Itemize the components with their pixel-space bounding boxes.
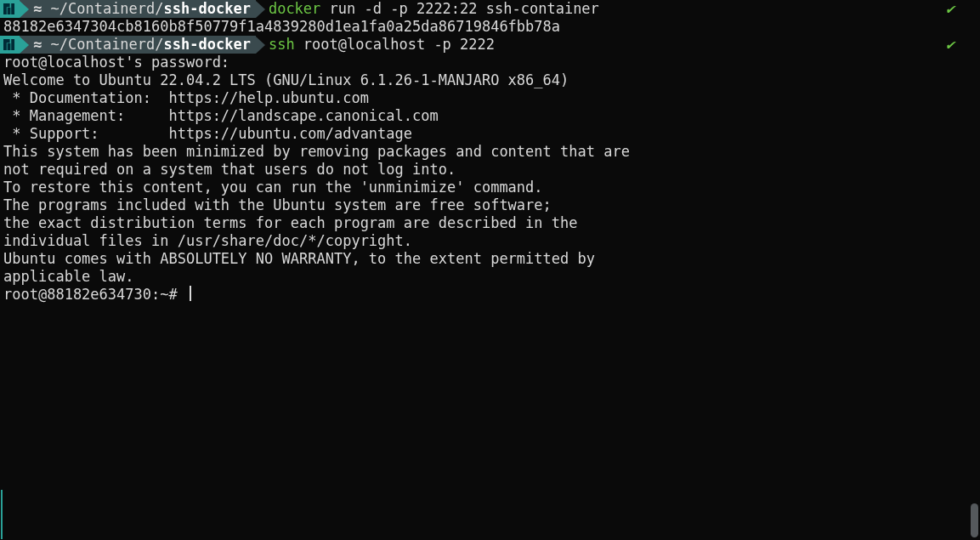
manjaro-icon xyxy=(0,36,20,54)
command-executable: docker xyxy=(269,0,320,18)
terminal[interactable]: ≈ ~/Containerd/ssh-docker docker run -d … xyxy=(0,0,980,304)
powerline-arrow-icon xyxy=(256,1,265,18)
command-1: docker run -d -p 2222:22 ssh-container xyxy=(265,0,599,18)
scrollbar-thumb[interactable] xyxy=(971,503,978,537)
motd-warranty-2: applicable law. xyxy=(0,268,980,286)
motd-documentation: * Documentation: https://help.ubuntu.com xyxy=(0,89,980,107)
svg-rect-2 xyxy=(8,8,11,14)
command-2: ssh root@localhost -p 2222 xyxy=(265,36,495,54)
powerline-arrow-icon xyxy=(20,1,29,18)
svg-rect-7 xyxy=(11,39,14,50)
svg-rect-1 xyxy=(3,3,7,14)
svg-rect-3 xyxy=(11,3,14,14)
path-current-dir: ssh-docker xyxy=(164,36,251,53)
path-prefix: ~/Containerd/ xyxy=(50,0,163,17)
motd-freesoftware-1: The programs included with the Ubuntu sy… xyxy=(0,196,980,214)
manjaro-icon xyxy=(0,0,20,18)
motd-welcome: Welcome to Ubuntu 22.04.2 LTS (GNU/Linux… xyxy=(0,71,980,89)
command-args: root@localhost -p 2222 xyxy=(295,36,495,54)
svg-rect-6 xyxy=(8,43,11,50)
motd-management: * Management: https://landscape.canonica… xyxy=(0,107,980,125)
command-executable: ssh xyxy=(269,36,295,54)
path-segment: ≈ ~/Containerd/ssh-docker xyxy=(20,36,256,54)
docker-output-container-id: 88182e6347304cb8160b8f50779f1a4839280d1e… xyxy=(0,18,980,36)
motd-warranty-1: Ubuntu comes with ABSOLUTELY NO WARRANTY… xyxy=(0,250,980,268)
motd-support: * Support: https://ubuntu.com/advantage xyxy=(0,125,980,143)
motd-minimized-1: This system has been minimized by removi… xyxy=(0,143,980,161)
remote-prompt-line[interactable]: root@88182e634730:~# xyxy=(0,286,980,304)
powerline-arrow-icon xyxy=(20,37,29,54)
command-args: run -d -p 2222:22 ssh-container xyxy=(320,0,599,18)
prompt-line-2: ≈ ~/Containerd/ssh-docker ssh root@local… xyxy=(0,36,980,54)
prompt-segment: ≈ ~/Containerd/ssh-docker xyxy=(0,0,265,18)
ssh-password-prompt: root@localhost's password: xyxy=(0,54,980,71)
motd-minimized-2: not required on a system that users do n… xyxy=(0,161,980,179)
path-segment: ≈ ~/Containerd/ssh-docker xyxy=(20,0,256,18)
path-current-dir: ssh-docker xyxy=(164,0,251,17)
motd-unminimize: To restore this content, you can run the… xyxy=(0,179,980,196)
prompt-line-1: ≈ ~/Containerd/ssh-docker docker run -d … xyxy=(0,0,980,18)
prompt-segment: ≈ ~/Containerd/ssh-docker xyxy=(0,36,265,54)
remote-prompt: root@88182e634730:~# xyxy=(3,286,186,303)
motd-freesoftware-2: the exact distribution terms for each pr… xyxy=(0,214,980,232)
left-accent-bar xyxy=(1,490,3,539)
success-check-icon: ✔ xyxy=(946,36,955,54)
path-prefix: ~/Containerd/ xyxy=(50,36,163,53)
svg-rect-5 xyxy=(3,39,7,50)
success-check-icon: ✔ xyxy=(946,0,955,18)
cursor-icon xyxy=(190,286,191,301)
powerline-arrow-icon xyxy=(256,37,265,54)
motd-freesoftware-3: individual files in /usr/share/doc/*/cop… xyxy=(0,232,980,250)
